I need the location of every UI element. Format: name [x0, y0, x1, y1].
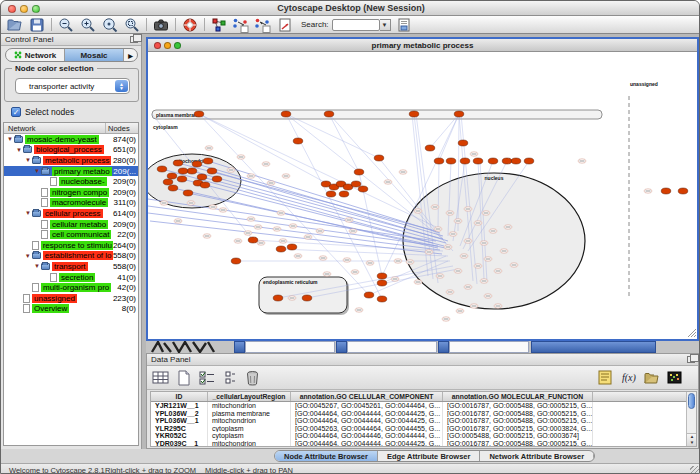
tree-item-transport[interactable]: ▼transport558(0)	[4, 261, 138, 272]
import-attributes-icon[interactable]	[642, 368, 661, 387]
search-dropdown-arrow-icon[interactable]: ▼	[380, 19, 391, 31]
heatmap-icon[interactable]	[665, 368, 684, 387]
vizmapper-icon[interactable]	[210, 17, 227, 33]
network-node[interactable]	[177, 176, 187, 182]
network-node[interactable]	[194, 111, 204, 117]
tree-item-establishment-of-lo[interactable]: ▼establishment of lo558(0)	[4, 251, 138, 262]
network-node[interactable]	[248, 237, 258, 243]
tab-mosaic[interactable]: Mosaic	[65, 49, 124, 61]
zoom-out-icon[interactable]	[57, 17, 74, 33]
column-header[interactable]: ID	[151, 392, 208, 401]
select-nodes-checkbox[interactable]: ✓	[11, 107, 21, 117]
network-node[interactable]	[434, 158, 444, 164]
network-node[interactable]	[339, 191, 349, 197]
scrollbar-thumb[interactable]	[688, 393, 695, 409]
network-node[interactable]	[281, 111, 291, 117]
background-frame-canvas[interactable]	[347, 341, 437, 353]
network-node[interactable]	[163, 179, 173, 185]
network-node[interactable]	[207, 168, 217, 174]
trash-icon[interactable]	[243, 368, 262, 387]
network-node[interactable]	[293, 138, 303, 144]
network-node[interactable]	[502, 158, 512, 164]
tree-item-response-to-stimulu[interactable]: response to stimulu264(0)	[4, 240, 138, 251]
scrollbar-arrows-icon[interactable]: ▲▼	[687, 433, 697, 446]
tree-item-cellular-metabo[interactable]: cellular metabo209(0)	[4, 219, 138, 230]
background-frame-edge[interactable]	[336, 341, 347, 353]
column-header[interactable]: annotation.GO CELLULAR_COMPONENT	[291, 392, 443, 401]
tree-item-unassigned[interactable]: unassigned223(0)	[4, 293, 138, 304]
open-file-icon[interactable]	[6, 17, 23, 33]
help-lifering-icon[interactable]	[181, 17, 198, 33]
network-node[interactable]	[354, 169, 364, 175]
tree-item-mosaic-demo-yeast[interactable]: ▼mosaic-demo-yeast874(0)	[4, 134, 138, 145]
table-row[interactable]: YDR039C__1mitochondrion[GO:0044464, GO:0…	[151, 440, 696, 447]
network-node[interactable]	[377, 273, 387, 279]
network-node[interactable]	[192, 161, 202, 167]
window-titlebar[interactable]: Cytoscape Desktop (New Session)	[1, 1, 700, 16]
background-frame-edge[interactable]	[234, 341, 245, 353]
tab-node-attribute-browser[interactable]: Node Attribute Browser	[275, 451, 378, 461]
network-node[interactable]	[377, 280, 387, 286]
tree-expand-icon[interactable]: ▼	[33, 168, 41, 174]
network-node[interactable]	[351, 181, 361, 187]
zoom-fit-icon[interactable]	[101, 17, 118, 33]
tree-item-nucleobase-[interactable]: nucleobase-209(0)	[4, 176, 138, 187]
delete-attributes-icon[interactable]	[197, 368, 216, 387]
save-icon[interactable]	[28, 17, 45, 33]
tree-expand-icon[interactable]: ▼	[33, 263, 41, 269]
network-node[interactable]	[454, 111, 464, 117]
copy-layout-icon[interactable]	[232, 17, 249, 33]
network-node[interactable]	[178, 168, 188, 174]
network-node[interactable]	[302, 295, 312, 301]
network-node[interactable]	[460, 158, 470, 164]
table-scrollbar[interactable]: ▲▼	[686, 392, 696, 446]
column-header[interactable]: annotation.GO MOLECULAR_FUNCTION	[443, 392, 593, 401]
network-node[interactable]	[168, 185, 178, 191]
tree-item-metabolic-process[interactable]: ▼metabolic process280(0)	[4, 155, 138, 166]
annotation-icon[interactable]	[276, 17, 293, 33]
zoom-selected-icon[interactable]	[123, 17, 140, 33]
network-node[interactable]	[524, 158, 534, 164]
network-node[interactable]	[324, 111, 334, 117]
attribute-table-header[interactable]: ID_cellularLayoutRegionannotation.GO CEL…	[151, 392, 696, 402]
float-panel-icon[interactable]	[687, 356, 695, 363]
tree-expand-icon[interactable]: ▼	[24, 210, 32, 216]
network-node[interactable]	[287, 244, 297, 250]
tree-item-secretion[interactable]: secretion41(0)	[4, 272, 138, 283]
network-node[interactable]	[326, 191, 336, 197]
formula-builder-icon[interactable]: f(x)	[619, 368, 638, 387]
table-row[interactable]: YJR121W__1mitochondrion[GO:0045267, GO:0…	[151, 402, 696, 410]
tree-item-macromolecule[interactable]: macromolecule311(0)	[4, 198, 138, 209]
network-canvas[interactable]: plasma membranecytoplasmmitochondrionnuc…	[148, 52, 697, 339]
tree-item-cell-communicat[interactable]: cell communicat22(0)	[4, 229, 138, 240]
search-options-icon[interactable]	[396, 17, 413, 33]
background-frame-titlebar[interactable]	[531, 341, 656, 353]
window-resize-grip[interactable]	[690, 466, 700, 474]
network-node[interactable]	[197, 174, 207, 180]
zoom-in-icon[interactable]	[79, 17, 96, 33]
table-row[interactable]: YLR295Ccytoplasm[GO:0045263, GO:0044464,…	[151, 425, 696, 433]
tree-item-overview[interactable]: Overview8(0)	[4, 304, 138, 315]
network-frame-titlebar[interactable]: primary metabolic process	[148, 39, 697, 52]
background-frame-edge[interactable]	[438, 341, 449, 353]
float-panel-icon[interactable]	[130, 36, 138, 43]
node-color-dropdown[interactable]: transporter activity ▲▼	[15, 78, 130, 94]
network-node[interactable]	[167, 173, 177, 179]
network-node[interactable]	[425, 145, 435, 151]
network-node[interactable]	[273, 295, 283, 301]
network-node[interactable]	[488, 158, 498, 164]
network-node[interactable]	[183, 190, 193, 196]
tree-item-cellular-process[interactable]: ▼cellular process614(0)	[4, 208, 138, 219]
network-node[interactable]	[203, 158, 213, 164]
tab-network-attribute-browser[interactable]: Network Attribute Browser	[480, 451, 594, 461]
background-frame-canvas[interactable]	[245, 341, 335, 353]
network-node[interactable]	[446, 158, 456, 164]
tree-item-biological-process[interactable]: ▼biological_process651(0)	[4, 145, 138, 156]
tab-edge-attribute-browser[interactable]: Edge Attribute Browser	[378, 451, 480, 461]
network-node[interactable]	[511, 158, 521, 164]
network-node[interactable]	[473, 158, 483, 164]
background-frame-canvas[interactable]	[449, 341, 529, 353]
network-node[interactable]	[231, 258, 241, 264]
search-input[interactable]	[332, 19, 380, 31]
canvas-resize-grip[interactable]	[688, 329, 696, 337]
